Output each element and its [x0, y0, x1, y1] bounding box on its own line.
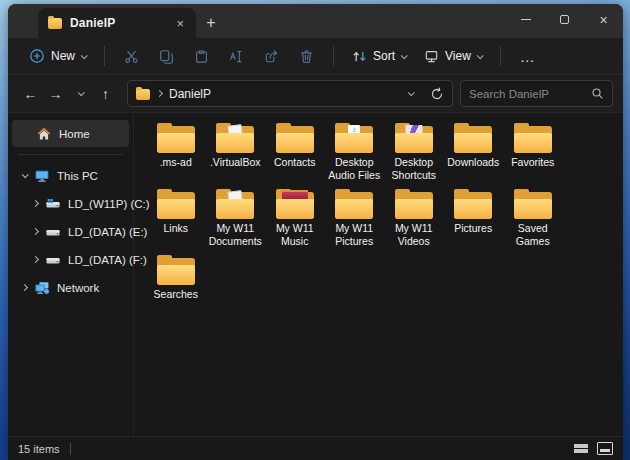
breadcrumb[interactable]: DanielP — [169, 87, 211, 101]
delete-button[interactable] — [289, 42, 324, 70]
new-plus-icon — [29, 48, 45, 64]
sidebar-item-label: Home — [59, 128, 90, 140]
see-more-button[interactable]: … — [510, 48, 546, 65]
maximize-button[interactable] — [545, 4, 584, 35]
network-icon — [34, 280, 50, 296]
folder-icon — [454, 123, 492, 153]
sidebar-item-drive-e[interactable]: LD_(DATA) (E:) — [12, 218, 129, 245]
folder-name: My W11 Pictures — [325, 222, 385, 248]
sidebar-item-drive-f[interactable]: LD_(DATA) (F:) — [12, 246, 129, 273]
folder-name: Contacts — [274, 156, 315, 169]
folder-name: Saved Games — [503, 222, 563, 248]
large-icons-view-icon[interactable] — [597, 442, 613, 455]
delete-icon — [299, 49, 314, 64]
folder-name: My W11 Videos — [384, 222, 444, 248]
close-button[interactable]: × — [584, 4, 623, 35]
sort-button[interactable]: Sort — [343, 42, 415, 70]
refresh-button[interactable] — [430, 87, 444, 101]
up-button[interactable]: ↑ — [93, 81, 118, 107]
window-controls: × — [506, 4, 623, 35]
folder-icon-documents — [216, 189, 254, 219]
view-button[interactable]: View — [415, 42, 491, 70]
explorer-body: Home This PC — [8, 113, 623, 436]
rename-button[interactable] — [219, 42, 254, 70]
sidebar-item-home[interactable]: Home — [12, 120, 129, 147]
search-icon — [591, 87, 604, 100]
folder-tile[interactable]: .VirtualBox — [206, 123, 266, 189]
address-bar[interactable]: DanielP — [127, 80, 453, 107]
folder-tile[interactable]: My W11 Videos — [384, 189, 444, 255]
folder-name: Favorites — [511, 156, 554, 169]
recent-locations-button[interactable] — [68, 81, 93, 107]
file-list[interactable]: .ms-ad .VirtualBox Contacts ♪ Desktop Au… — [134, 113, 623, 436]
status-bar: 15 items — [8, 436, 623, 460]
folder-tile[interactable]: Searches — [146, 255, 206, 321]
chevron-right-icon[interactable] — [32, 200, 39, 207]
folder-tile[interactable]: Favorites — [503, 123, 563, 189]
refresh-icon — [430, 87, 444, 101]
folder-name: Downloads — [447, 156, 499, 169]
folder-icon — [514, 123, 552, 153]
command-bar: New — [8, 38, 623, 75]
paste-button[interactable] — [184, 42, 219, 70]
minimize-icon — [521, 19, 531, 20]
search-box[interactable] — [460, 80, 613, 107]
cut-icon — [124, 49, 139, 64]
folder-tile[interactable]: Saved Games — [503, 189, 563, 255]
status-divider — [70, 443, 71, 455]
item-count: 15 items — [18, 443, 60, 455]
new-tab-button[interactable]: + — [196, 8, 226, 38]
sidebar-separator — [18, 154, 123, 155]
folder-name: Desktop Audio Files — [325, 156, 385, 182]
copy-button[interactable] — [149, 42, 184, 70]
tab-title: DanielP — [70, 16, 165, 30]
chevron-right-icon[interactable] — [21, 284, 28, 291]
minimize-button[interactable] — [506, 4, 545, 35]
chevron-down-icon[interactable] — [22, 171, 29, 178]
folder-name: Desktop Shortcuts — [384, 156, 444, 182]
sidebar-item-this-pc[interactable]: This PC — [12, 162, 129, 189]
forward-button[interactable]: → — [43, 81, 68, 107]
folder-tile[interactable]: Downloads — [444, 123, 504, 189]
folder-icon — [335, 189, 373, 219]
folder-tile[interactable]: Links — [146, 189, 206, 255]
new-button[interactable]: New — [20, 42, 95, 70]
folder-tile[interactable]: My W11 Music — [265, 189, 325, 255]
explorer-tab[interactable]: DanielP × — [38, 8, 196, 38]
folder-icon — [395, 189, 433, 219]
chevron-right-icon[interactable] — [32, 228, 39, 235]
tab-close-icon[interactable]: × — [173, 15, 187, 32]
folder-tile[interactable]: My W11 Documents — [206, 189, 266, 255]
folder-tile[interactable]: Contacts — [265, 123, 325, 189]
details-view-icon[interactable] — [574, 443, 588, 455]
drive-icon — [45, 224, 61, 240]
sidebar-item-network[interactable]: Network — [12, 274, 129, 301]
chevron-down-icon — [401, 52, 408, 59]
folder-tile[interactable]: My W11 Pictures — [325, 189, 385, 255]
chevron-down-icon — [81, 52, 88, 59]
address-dropdown-icon[interactable] — [408, 89, 415, 96]
folder-name: My W11 Music — [265, 222, 325, 248]
folder-tile[interactable]: .ms-ad — [146, 123, 206, 189]
search-input[interactable] — [469, 88, 587, 100]
folder-name: .VirtualBox — [210, 156, 261, 169]
folder-tile[interactable]: ♪ Desktop Audio Files — [325, 123, 385, 189]
sidebar-item-drive-c[interactable]: LD_(W11P) (C:) — [12, 190, 129, 217]
folder-icon — [136, 89, 150, 100]
folder-icon — [48, 18, 62, 29]
folder-tile[interactable]: Pictures — [444, 189, 504, 255]
title-bar[interactable]: DanielP × + × — [8, 4, 623, 38]
toolbar-separator — [333, 46, 334, 66]
folder-tile[interactable]: Desktop Shortcuts — [384, 123, 444, 189]
toolbar-separator — [500, 46, 501, 66]
folder-name: Links — [163, 222, 188, 235]
back-button[interactable]: ← — [18, 81, 43, 107]
chevron-right-icon[interactable] — [32, 256, 39, 263]
folder-icon — [514, 189, 552, 219]
cut-button[interactable] — [114, 42, 149, 70]
drive-c-icon — [45, 196, 61, 212]
chevron-down-icon — [78, 89, 85, 96]
folder-name: Searches — [154, 288, 198, 301]
navigation-pane: Home This PC — [8, 113, 134, 436]
share-button[interactable] — [254, 42, 289, 70]
